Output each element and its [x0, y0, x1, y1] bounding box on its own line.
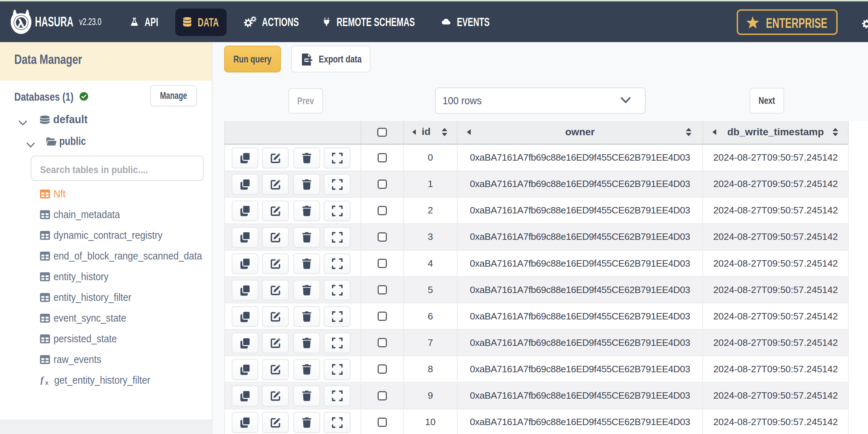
svg-text:f: f — [40, 375, 45, 385]
svg-text:x: x — [45, 379, 49, 385]
